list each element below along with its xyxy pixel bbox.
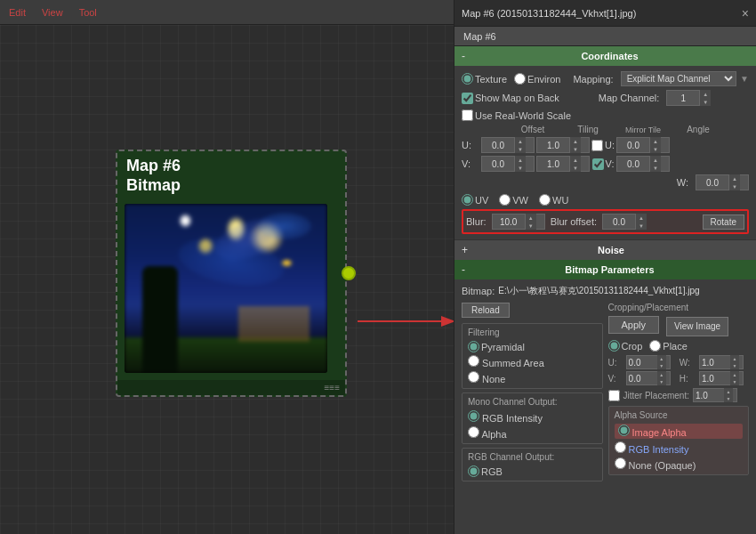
real-world-checkbox-item[interactable]: Use Real-World Scale [462, 109, 571, 121]
u-crop-spinbox[interactable]: ▲ ▼ [626, 355, 671, 369]
blur-up[interactable]: ▲ [526, 214, 536, 222]
tiling-u-down[interactable]: ▼ [570, 145, 581, 153]
h-crop-down[interactable]: ▼ [730, 378, 739, 385]
offset-v-down[interactable]: ▼ [515, 164, 526, 172]
image-alpha-radio[interactable] [618, 425, 630, 436]
blur-offset-spinbox[interactable]: ▲ ▼ [602, 214, 647, 230]
offset-v-spinbox[interactable]: ▲ ▼ [481, 156, 535, 172]
tiling-u-up[interactable]: ▲ [570, 137, 581, 145]
rgb-intensity-radio[interactable] [468, 410, 479, 422]
coordinates-section-header[interactable]: - Coordinates [454, 46, 756, 66]
tiling-v-input[interactable] [537, 159, 569, 169]
tiling-v-down[interactable]: ▼ [570, 164, 581, 172]
none-filter-radio[interactable] [468, 371, 479, 383]
blur-input[interactable] [493, 217, 525, 227]
crop-radio[interactable] [608, 340, 620, 352]
v-crop-input[interactable] [627, 374, 657, 384]
h-crop-up[interactable]: ▲ [730, 371, 739, 378]
jitter-spinbox[interactable]: ▲ ▼ [693, 388, 737, 402]
place-radio[interactable] [649, 340, 661, 352]
bitmap-section-header[interactable]: - Bitmap Parameters [454, 260, 756, 279]
wu-radio[interactable] [539, 194, 551, 206]
map-channel-input[interactable] [667, 93, 699, 103]
uv-radio[interactable] [462, 194, 473, 206]
angle-u-down[interactable]: ▼ [650, 145, 661, 153]
angle-w-input[interactable] [696, 178, 728, 188]
reload-button[interactable]: Reload [462, 303, 510, 318]
offset-u-down[interactable]: ▼ [515, 145, 526, 153]
image-alpha-radio-item[interactable]: Image Alpha [615, 424, 744, 439]
pyramidal-radio-item[interactable]: Pyramidal [468, 341, 597, 352]
blur-offset-input[interactable] [603, 217, 635, 227]
offset-u-up[interactable]: ▲ [515, 137, 526, 145]
offset-u-spinbox[interactable]: ▲ ▼ [481, 137, 535, 153]
v-crop-spinbox[interactable]: ▲ ▼ [626, 371, 671, 385]
angle-u-up[interactable]: ▲ [650, 137, 661, 145]
w-crop-input[interactable] [700, 358, 730, 368]
uv-radio-item[interactable]: UV [462, 194, 488, 206]
u-crop-down[interactable]: ▼ [657, 362, 666, 369]
none-opaque-radio[interactable] [615, 457, 626, 469]
alpha-mono-radio[interactable] [468, 426, 479, 438]
angle-v-up[interactable]: ▲ [650, 156, 661, 164]
u-crop-up[interactable]: ▲ [657, 355, 666, 362]
angle-v-down[interactable]: ▼ [650, 164, 661, 172]
offset-u-input[interactable] [482, 141, 514, 150]
h-crop-input[interactable] [700, 374, 730, 384]
h-crop-spinbox[interactable]: ▲ ▼ [699, 371, 744, 385]
wu-radio-item[interactable]: WU [539, 194, 568, 206]
blur-down[interactable]: ▼ [526, 222, 536, 230]
jitter-down[interactable]: ▼ [724, 395, 733, 402]
u-crop-input[interactable] [627, 358, 657, 368]
rotate-button[interactable]: Rotate [703, 214, 744, 230]
rgb-output-radio[interactable] [468, 465, 479, 477]
blur-spinbox[interactable]: ▲ ▼ [492, 214, 545, 230]
mirror-v-checkbox[interactable] [592, 158, 604, 170]
angle-v-spinbox[interactable]: ▲ ▼ [616, 156, 670, 172]
mapping-select[interactable]: Explicit Map Channel [621, 71, 736, 86]
v-crop-up[interactable]: ▲ [657, 371, 666, 378]
angle-w-spinbox[interactable]: ▲ ▼ [696, 174, 749, 190]
rgb-intensity-radio-item[interactable]: RGB Intensity [468, 410, 597, 424]
v-crop-down[interactable]: ▼ [657, 378, 666, 385]
texture-radio[interactable] [462, 73, 473, 85]
tiling-u-input[interactable] [537, 141, 569, 150]
summed-radio[interactable] [468, 355, 479, 367]
none-filter-radio-item[interactable]: None [468, 371, 597, 384]
angle-u-spinbox[interactable]: ▲ ▼ [616, 137, 670, 153]
environ-radio-item[interactable]: Environ [514, 73, 560, 85]
tiling-u-spinbox[interactable]: ▲ ▼ [536, 137, 590, 153]
connector-dot[interactable] [342, 266, 356, 280]
panel-close-button[interactable]: × [742, 6, 749, 20]
tiling-v-up[interactable]: ▲ [570, 156, 581, 164]
blur-offset-up[interactable]: ▲ [636, 214, 647, 222]
mirror-u-checkbox[interactable] [591, 140, 603, 151]
angle-w-down[interactable]: ▼ [729, 182, 740, 190]
show-map-checkbox-item[interactable]: Show Map on Back [462, 93, 559, 104]
map-node-card[interactable]: Map #6 Bitmap ≡≡≡ [116, 150, 347, 397]
offset-v-up[interactable]: ▲ [515, 156, 526, 164]
view-image-button[interactable]: View Image [666, 317, 728, 336]
rgb-alpha-radio-item[interactable]: RGB Intensity [615, 441, 744, 455]
w-crop-down[interactable]: ▼ [730, 362, 739, 369]
crop-radio-item[interactable]: Crop [608, 340, 643, 352]
place-radio-item[interactable]: Place [649, 340, 688, 352]
jitter-checkbox[interactable] [608, 390, 620, 401]
map-channel-up[interactable]: ▲ [700, 90, 711, 98]
map-tab[interactable]: Map #6 [454, 27, 756, 46]
rgb-output-radio-item[interactable]: RGB [468, 465, 597, 477]
alpha-mono-radio-item[interactable]: Alpha [468, 426, 597, 440]
environ-radio[interactable] [514, 73, 526, 85]
tiling-v-spinbox[interactable]: ▲ ▼ [536, 156, 590, 172]
angle-w-up[interactable]: ▲ [729, 174, 740, 182]
map-channel-spinbox[interactable]: ▲ ▼ [666, 90, 705, 106]
jitter-up[interactable]: ▲ [724, 388, 733, 395]
summed-radio-item[interactable]: Summed Area [468, 355, 597, 368]
map-channel-down[interactable]: ▼ [700, 98, 711, 106]
rgb-alpha-radio[interactable] [615, 441, 626, 453]
offset-v-input[interactable] [482, 159, 514, 169]
blur-offset-down[interactable]: ▼ [636, 222, 647, 230]
angle-u-input[interactable] [617, 141, 649, 150]
vw-radio[interactable] [499, 194, 511, 206]
w-crop-spinbox[interactable]: ▲ ▼ [699, 355, 744, 369]
